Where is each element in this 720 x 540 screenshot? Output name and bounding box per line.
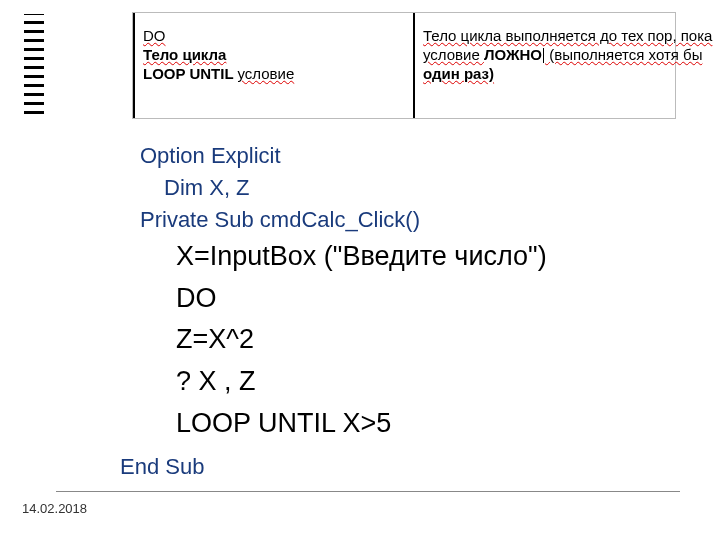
code-option-explicit: Option Explicit bbox=[120, 140, 680, 172]
code-dim: Dim X, Z bbox=[120, 172, 680, 204]
syntax-condition: условие bbox=[237, 65, 294, 82]
desc-line3: один раз) bbox=[423, 65, 494, 82]
desc-line2-pre: условие bbox=[423, 46, 484, 63]
code-end-sub: End Sub bbox=[120, 451, 680, 483]
syntax-do: DO bbox=[143, 27, 166, 44]
text-cursor-icon bbox=[543, 48, 544, 63]
code-body: X=InputBox ("Введите число") DO Z=X^2 ? … bbox=[120, 236, 680, 445]
code-loop-until: LOOP UNTIL X>5 bbox=[120, 403, 680, 445]
code-print: ? X , Z bbox=[120, 361, 680, 403]
syntax-left-column: DO Тело цикла LOOP UNTIL условие bbox=[133, 13, 383, 118]
code-do: DO bbox=[120, 278, 680, 320]
syntax-right-column: Тело цикла выполняется до тех пор, пока … bbox=[413, 13, 673, 118]
code-assign: Z=X^2 bbox=[120, 319, 680, 361]
footer-date: 14.02.2018 bbox=[22, 501, 87, 516]
code-listing: Option Explicit Dim X, Z Private Sub cmd… bbox=[120, 140, 680, 483]
desc-line1: Тело цикла выполняется до тех пор, пока bbox=[423, 27, 712, 44]
syntax-body: Тело цикла bbox=[143, 46, 226, 63]
desc-line2-bold: ЛОЖНО bbox=[484, 46, 542, 63]
syntax-loop-until: LOOP UNTIL bbox=[143, 65, 233, 82]
syntax-definition-box: DO Тело цикла LOOP UNTIL условие Тело ци… bbox=[132, 12, 676, 119]
left-hatch-decoration bbox=[24, 14, 44, 114]
divider bbox=[56, 491, 680, 492]
desc-line2-post: (выполняется хотя бы bbox=[545, 46, 702, 63]
code-sub-header: Private Sub cmdCalc_Click() bbox=[120, 204, 680, 236]
code-inputbox: X=InputBox ("Введите число") bbox=[120, 236, 680, 278]
